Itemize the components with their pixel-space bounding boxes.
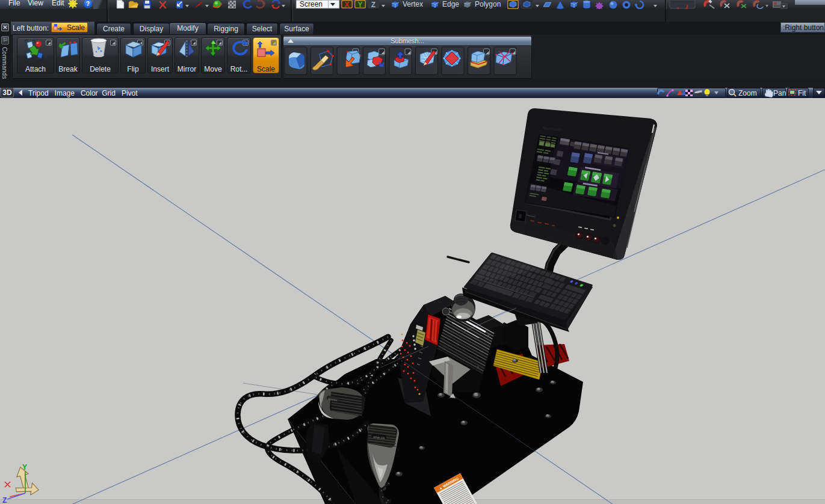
svg-text:Vertex: Vertex	[403, 0, 423, 8]
svg-text:Fit: Fit	[798, 89, 806, 97]
svg-text:Pan: Pan	[773, 89, 786, 97]
svg-text:Screen: Screen	[300, 0, 323, 8]
svg-text:?: ?	[86, 1, 90, 7]
svg-text:Edge: Edge	[442, 0, 459, 8]
svg-text:Y: Y	[22, 463, 27, 472]
svg-text:Z: Z	[371, 1, 375, 9]
svg-text:Y: Y	[357, 1, 362, 9]
svg-text:Z: Z	[2, 496, 7, 504]
svg-text:Zoom: Zoom	[738, 89, 757, 97]
svg-text:Polygon: Polygon	[475, 0, 501, 8]
svg-text:X: X	[344, 1, 349, 9]
